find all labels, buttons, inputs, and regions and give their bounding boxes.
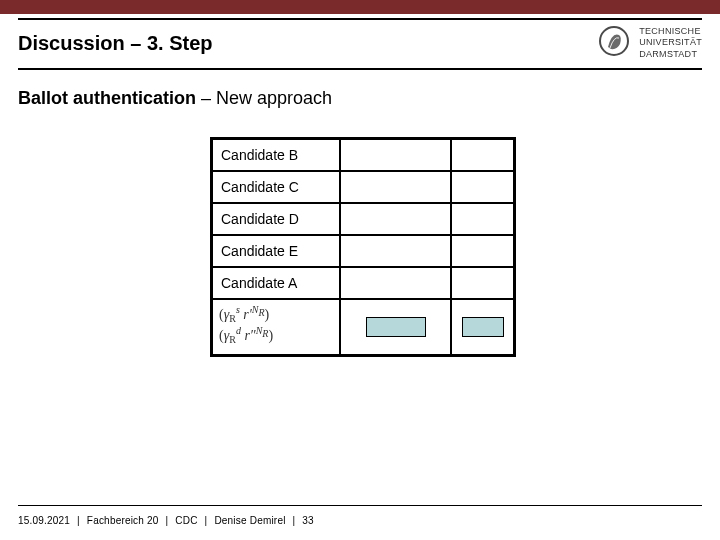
footer-unit: CDC <box>175 515 197 526</box>
formula-cell: (γRs r′NR) (γRd r″NR) <box>212 299 341 355</box>
table-row: Candidate E <box>212 235 514 267</box>
proof-cell <box>452 203 514 235</box>
proof-cell <box>452 139 514 171</box>
slide-title: Discussion – 3. Step <box>18 32 213 55</box>
footer-sep: | <box>289 515 300 526</box>
logo-line-2: UNIVERSITÄT <box>639 37 702 48</box>
candidate-cell: Candidate A <box>212 267 341 299</box>
proof-cell <box>452 267 514 299</box>
proof-cell <box>452 299 514 355</box>
proof-cell <box>452 171 514 203</box>
commitment-chip-icon <box>366 317 426 337</box>
brand-top-band <box>0 0 720 14</box>
logo-text: TECHNISCHE UNIVERSITÄT DARMSTADT <box>639 26 702 60</box>
footer-sep: | <box>162 515 173 526</box>
section-heading-bold: Ballot authentication <box>18 88 196 108</box>
mark-cell <box>341 139 452 171</box>
table-row: Candidate D <box>212 203 514 235</box>
logo-line-3: DARMSTADT <box>639 49 702 60</box>
footer-sep: | <box>201 515 212 526</box>
proof-cell <box>452 235 514 267</box>
section-heading: Ballot authentication – New approach <box>0 70 720 115</box>
candidate-cell: Candidate C <box>212 171 341 203</box>
footer-page-number: 33 <box>302 515 314 526</box>
footer-author: Denise Demirel <box>214 515 285 526</box>
mark-cell <box>341 171 452 203</box>
footer-department: Fachbereich 20 <box>87 515 159 526</box>
footer-date: 15.09.2021 <box>18 515 70 526</box>
table-row: Candidate C <box>212 171 514 203</box>
table-row: Candidate B <box>212 139 514 171</box>
table-row-formula: (γRs r′NR) (γRd r″NR) <box>212 299 514 355</box>
mark-cell <box>341 235 452 267</box>
section-heading-rest: – New approach <box>196 88 332 108</box>
footer-sep: | <box>73 515 84 526</box>
mark-cell <box>341 299 452 355</box>
footer-rule <box>18 505 702 506</box>
athena-logo-icon <box>597 24 631 62</box>
logo-line-1: TECHNISCHE <box>639 26 702 37</box>
slide-footer: 15.09.2021 | Fachbereich 20 | CDC | Deni… <box>18 515 314 526</box>
header-row: Discussion – 3. Step TECHNISCHE UNIVERSI… <box>0 20 720 68</box>
table-row: Candidate A <box>212 267 514 299</box>
mark-cell <box>341 203 452 235</box>
candidate-cell: Candidate B <box>212 139 341 171</box>
commitment-chip-icon <box>462 317 504 337</box>
university-logo: TECHNISCHE UNIVERSITÄT DARMSTADT <box>597 24 702 62</box>
candidate-cell: Candidate E <box>212 235 341 267</box>
ballot-table: Candidate B Candidate C Candidate D Cand… <box>210 137 516 357</box>
commitment-formula: (γRs r′NR) (γRd r″NR) <box>217 304 335 346</box>
mark-cell <box>341 267 452 299</box>
candidate-cell: Candidate D <box>212 203 341 235</box>
